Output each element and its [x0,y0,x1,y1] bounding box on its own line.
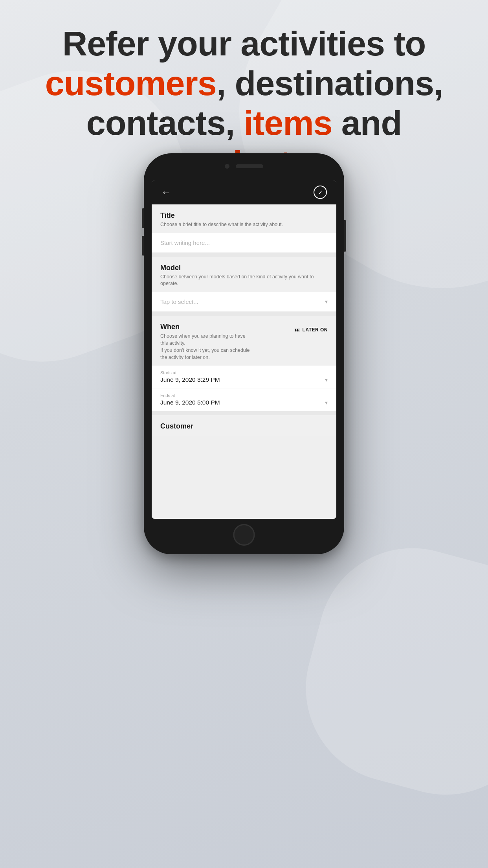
customer-section-header: Customer [152,415,336,436]
when-left-block: When Choose when you are planning to hav… [160,323,294,361]
header-line3-mid: and [332,103,402,142]
header-accent-items: items [244,103,332,142]
model-select-placeholder: Tap to select... [160,298,198,305]
ends-at-row[interactable]: Ends at June 9, 2020 5:00 PM ▾ [152,388,336,411]
ends-at-chevron-icon: ▾ [325,399,328,406]
ends-at-value-row: June 9, 2020 5:00 PM ▾ [160,399,328,406]
model-section-label: Model [160,264,328,272]
model-section-description: Choose between your models based on the … [160,274,328,287]
starts-at-value-row: June 9, 2020 3:29 PM ▾ [160,376,328,383]
section-divider-1 [152,253,336,257]
starts-at-chevron-icon: ▾ [325,377,328,383]
title-input-row[interactable]: Start writing here... [152,233,336,252]
section-divider-3 [152,411,336,415]
app-header-bar: ← ✓ [152,180,336,204]
confirm-button[interactable]: ✓ [314,186,327,199]
header-accent-customers: customers [45,64,216,103]
later-on-button[interactable]: ⏭ LATER ON [294,327,328,333]
model-section-header: Model Choose between your models based o… [152,257,336,292]
volume-up-button [142,208,144,228]
phone-top-bar [205,160,283,172]
model-select-row[interactable]: Tap to select... ▾ [152,292,336,311]
front-camera [225,164,229,169]
back-button[interactable]: ← [161,186,171,199]
starts-at-label: Starts at [160,370,328,375]
header-line3-start: contacts, [86,103,244,142]
power-button [344,220,346,252]
title-input-placeholder: Start writing here... [160,239,328,246]
home-button[interactable] [233,524,255,546]
when-section-header: When Choose when you are planning to hav… [152,316,336,366]
bg-decoration-3 [285,527,488,816]
phone-speaker [236,164,263,168]
header-line1: Refer your activities to [62,24,426,63]
app-content: Title Choose a brief title to describe w… [152,204,336,519]
starts-at-row[interactable]: Starts at June 9, 2020 3:29 PM ▾ [152,366,336,388]
volume-down-button [142,236,144,256]
starts-at-value: June 9, 2020 3:29 PM [160,376,220,383]
ends-at-value: June 9, 2020 5:00 PM [160,399,220,406]
phone-frame: ← ✓ Title Choose a brief title to descri… [144,153,344,554]
when-section-description: Choose when you are planning to havethis… [160,333,294,361]
section-divider-2 [152,312,336,316]
phone-screen: ← ✓ Title Choose a brief title to descri… [152,180,336,519]
title-section-description: Choose a brief title to describe what is… [160,221,328,228]
ends-at-label: Ends at [160,393,328,398]
later-on-label: LATER ON [303,327,328,333]
when-section-label: When [160,323,294,331]
title-section-header: Title Choose a brief title to describe w… [152,204,336,233]
title-section-label: Title [160,211,328,220]
play-icon: ⏭ [294,327,300,333]
model-chevron-icon: ▾ [325,298,328,305]
header-line2-mid: , destinations, [216,64,443,103]
customer-section-label: Customer [160,422,328,430]
